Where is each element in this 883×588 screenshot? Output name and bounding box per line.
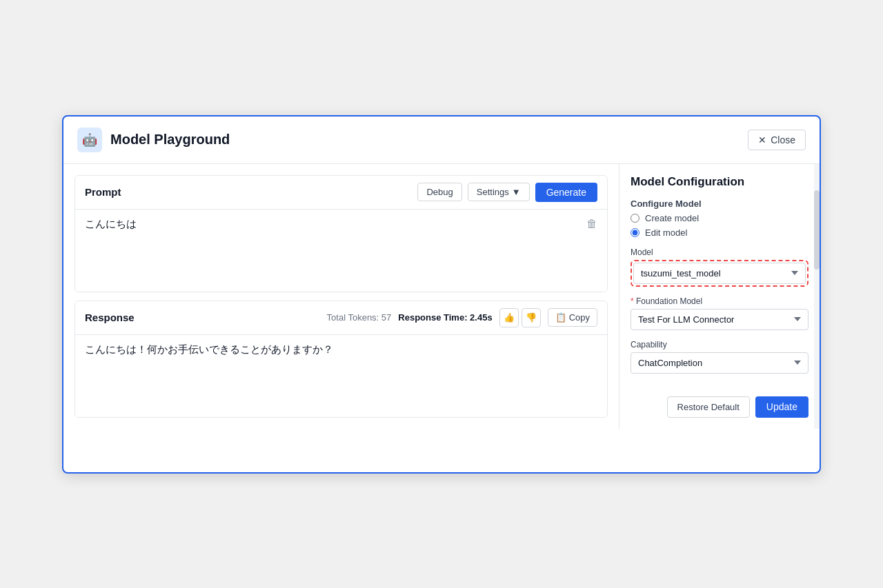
thumbs-down-button[interactable]: 👎 [522, 308, 541, 327]
scrollbar-track[interactable] [814, 164, 820, 429]
foundation-model-field-group: Foundation Model Test For LLM Connector [631, 296, 808, 330]
x-icon: ✕ [758, 134, 766, 145]
copy-button[interactable]: 📋 Copy [548, 308, 597, 327]
model-field-group: Model tsuzumi_test_model [631, 247, 808, 287]
modal-body: Prompt Debug Settings ▼ Generate 🗑 こんにちは [63, 164, 820, 429]
edit-model-option[interactable]: Edit model [631, 227, 808, 238]
feedback-buttons: 👍 👎 [499, 308, 541, 327]
prompt-text: こんにちは [85, 218, 137, 230]
thumbs-down-icon: 👎 [526, 312, 537, 323]
thumbs-up-button[interactable]: 👍 [499, 308, 519, 327]
header-left: 🤖 Model Playground [77, 128, 230, 152]
foundation-model-label: Foundation Model [631, 296, 808, 306]
settings-button[interactable]: Settings ▼ [468, 183, 530, 201]
right-panel: Model Configuration Configure Model Crea… [619, 164, 820, 429]
chevron-down-icon: ▼ [512, 187, 521, 197]
settings-label: Settings [477, 187, 509, 197]
prompt-content-area: 🗑 こんにちは [75, 209, 607, 292]
edit-model-label: Edit model [645, 227, 687, 238]
configure-model-section: Configure Model Create model Edit model [631, 199, 808, 238]
response-content-area: こんにちは！何かお手伝いできることがありますか？ [75, 334, 607, 417]
capability-select[interactable]: ChatCompletion [631, 352, 808, 374]
update-button[interactable]: Update [755, 396, 808, 418]
prompt-actions: Debug Settings ▼ Generate [417, 183, 597, 202]
model-select-container: tsuzumi_test_model [631, 260, 808, 287]
close-label: Close [771, 134, 795, 145]
modal-container: 🤖 Model Playground ✕ Close Prompt Debug … [62, 115, 821, 474]
config-panel-title: Model Configuration [631, 175, 808, 189]
robot-icon: 🤖 [82, 132, 97, 148]
prompt-title: Prompt [85, 186, 121, 198]
model-select[interactable]: tsuzumi_test_model [633, 263, 806, 284]
capability-field-group: Capability ChatCompletion [631, 340, 808, 374]
prompt-section-header: Prompt Debug Settings ▼ Generate [75, 176, 607, 209]
scrollbar-thumb [814, 190, 820, 270]
debug-button[interactable]: Debug [417, 183, 462, 201]
left-panel: Prompt Debug Settings ▼ Generate 🗑 こんにちは [63, 164, 619, 429]
bottom-actions: Restore Default Update [631, 391, 808, 418]
response-section-header: Response Total Tokens: 57 Response Time:… [75, 301, 607, 334]
restore-default-button[interactable]: Restore Default [667, 396, 750, 418]
capability-label: Capability [631, 340, 808, 349]
response-text: こんにちは！何かお手伝いできることがありますか？ [85, 343, 333, 355]
copy-icon: 📋 [555, 312, 566, 323]
response-title: Response [85, 312, 135, 323]
response-time: Response Time: 2.45s [398, 312, 492, 323]
total-tokens: Total Tokens: 57 [327, 312, 392, 323]
delete-icon[interactable]: 🗑 [586, 218, 597, 230]
response-meta: Total Tokens: 57 Response Time: 2.45s 👍 … [327, 308, 597, 327]
create-model-label: Create model [645, 213, 699, 223]
edit-model-radio[interactable] [631, 228, 639, 237]
model-field-label: Model [631, 247, 808, 257]
radio-group: Create model Edit model [631, 213, 808, 238]
app-icon: 🤖 [77, 128, 102, 152]
copy-label: Copy [569, 312, 590, 323]
prompt-section: Prompt Debug Settings ▼ Generate 🗑 こんにちは [75, 175, 608, 292]
configure-model-label: Configure Model [631, 199, 808, 209]
create-model-radio[interactable] [631, 214, 639, 223]
response-section: Response Total Tokens: 57 Response Time:… [75, 301, 608, 418]
create-model-option[interactable]: Create model [631, 213, 808, 223]
close-button[interactable]: ✕ Close [748, 130, 806, 150]
foundation-model-select[interactable]: Test For LLM Connector [631, 309, 808, 330]
generate-button[interactable]: Generate [535, 183, 597, 202]
modal-title: Model Playground [110, 132, 230, 148]
modal-header: 🤖 Model Playground ✕ Close [63, 116, 820, 164]
thumbs-up-icon: 👍 [504, 312, 515, 323]
